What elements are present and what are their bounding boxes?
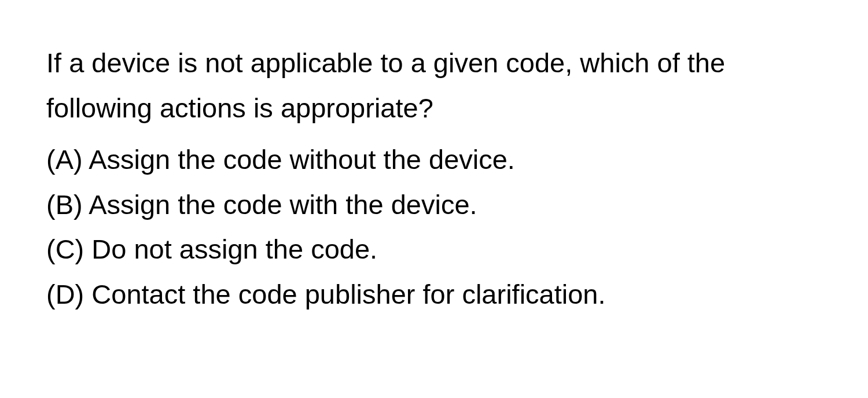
option-label: (A) (46, 144, 83, 175)
option-label: (D) (46, 279, 84, 309)
option-text: Contact the code publisher for clarifica… (91, 279, 605, 309)
option-text: Do not assign the code. (91, 234, 377, 264)
option-text: Assign the code without the device. (89, 144, 515, 175)
option-c: (C) Do not assign the code. (46, 227, 822, 272)
option-a: (A) Assign the code without the device. (46, 137, 822, 182)
option-label: (B) (46, 189, 83, 220)
option-d: (D) Contact the code publisher for clari… (46, 272, 822, 317)
option-b: (B) Assign the code with the device. (46, 182, 822, 227)
option-text: Assign the code with the device. (89, 189, 477, 220)
question-prompt: If a device is not applicable to a given… (46, 40, 822, 130)
options-list: (A) Assign the code without the device. … (46, 137, 822, 316)
option-label: (C) (46, 234, 84, 264)
